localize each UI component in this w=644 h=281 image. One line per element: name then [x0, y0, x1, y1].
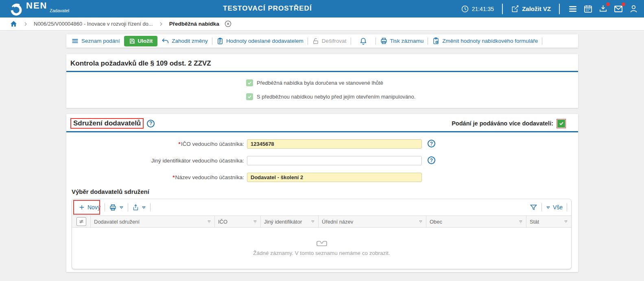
column-header-jiny-identifikator[interactable]: Jiný identifikátor [261, 216, 319, 227]
printer-icon [109, 204, 117, 211]
column-settings-icon[interactable] [76, 217, 86, 226]
sdruzeni-section: Sdružení dodavatelů ? Podání je podáváno… [66, 114, 578, 272]
column-header-uredni-nazev[interactable]: Úřední název [319, 216, 426, 227]
export-button[interactable] [132, 204, 146, 211]
column-header-dodavatel[interactable]: Dodavatel sdružení [91, 216, 215, 227]
required-mark: * [172, 174, 175, 180]
messages-button[interactable] [613, 4, 623, 14]
home-icon[interactable] [10, 20, 17, 28]
filter-icon[interactable] [530, 204, 537, 211]
divider [308, 37, 308, 45]
annotation-box: Sdružení dodavatelů [70, 118, 144, 129]
divider [351, 37, 351, 45]
action-toolbar: Seznam podání Uložit Zahodit změny Hodno… [66, 34, 578, 48]
discard-changes-label: Zahodit změny [172, 38, 208, 44]
column-header-ico[interactable]: IČO [215, 216, 261, 227]
print-record-button[interactable]: Tisk záznamu [380, 37, 424, 45]
grid-toolbar: Nový [72, 199, 571, 215]
calendar-icon[interactable] [583, 4, 593, 13]
notification-badge [606, 2, 610, 6]
kontrola-title: Kontrola požadavků dle § 109 odst. 2 ZZV… [66, 54, 578, 71]
vse-label: Vše [553, 204, 563, 211]
zalozit-vz-button[interactable]: Založit VZ [511, 5, 551, 13]
export-icon [132, 204, 139, 211]
sdruzeni-title: Sdružení dodavatelů [73, 119, 141, 127]
print-record-label: Tisk záznamu [390, 38, 424, 44]
printer-icon [380, 37, 388, 45]
nen-logo-icon [9, 2, 24, 17]
checkbox-checked-icon [246, 93, 253, 100]
grid-header-row: Dodavatel sdružení IČO Jiný identifikáto… [72, 215, 571, 228]
save-label: Uložit [138, 38, 153, 44]
save-button[interactable]: Uložit [124, 36, 158, 46]
seznam-podani-button[interactable]: Seznam podání [71, 37, 120, 45]
suppliers-grid: Nový [72, 199, 572, 269]
required-mark: * [178, 141, 180, 147]
chevron-down-icon [546, 205, 550, 210]
checkbox-checked-icon [246, 79, 253, 86]
decrypt-label: Dešifrovat [322, 38, 347, 44]
change-form-values-label: Změnit hodnoty nabídkového formuláře [442, 38, 538, 44]
help-icon[interactable]: ? [428, 140, 435, 147]
clipboard-icon [216, 37, 224, 45]
vyber-title: Výběr dodavatelů sdružení [72, 188, 149, 195]
filter-triangle-icon[interactable] [419, 220, 423, 224]
seznam-podani-label: Seznam podání [81, 38, 120, 44]
filter-triangle-icon[interactable] [207, 220, 211, 224]
supplier-values-button[interactable]: Hodnoty odeslané dodavatelem [216, 37, 303, 45]
column-header-obec[interactable]: Obec [426, 216, 526, 227]
divider [541, 203, 542, 211]
divider [428, 37, 428, 45]
top-header: NEN Zadavatel TESTOVACÍ PROSTŘEDÍ 21:41:… [0, 0, 644, 18]
grid-empty-state: Žádné záznamy. V tomto seznamu nemáme co… [72, 228, 571, 269]
divider [559, 4, 560, 14]
help-icon[interactable]: ? [428, 156, 435, 164]
ico-vedouciho-input[interactable] [247, 139, 422, 149]
bell-icon[interactable] [359, 37, 367, 45]
downloads-button[interactable] [598, 4, 608, 13]
print-grid-button[interactable] [109, 204, 124, 211]
filter-triangle-icon[interactable] [519, 220, 523, 224]
breadcrumb-project-link[interactable]: N006/25/V00004860 - Inovace v rozvoji ří… [34, 21, 153, 27]
field-label: *Název vedoucího účastníka: [66, 174, 244, 180]
clipboard-gear-icon [432, 37, 440, 45]
close-tab-icon[interactable] [224, 20, 232, 28]
zalozit-vz-label: Založit VZ [522, 5, 551, 12]
discard-changes-button[interactable]: Zahodit změny [162, 37, 208, 45]
empty-text: Žádné záznamy. V tomto seznamu nemáme co… [253, 250, 390, 256]
user-profile-icon[interactable] [629, 4, 638, 13]
brand-role: Zadavatel [50, 9, 69, 13]
unlock-icon [312, 37, 319, 45]
filter-triangle-icon[interactable] [564, 220, 568, 224]
divider [567, 203, 567, 211]
decrypt-button[interactable]: Dešifrovat [312, 37, 347, 45]
menu-icon[interactable] [568, 4, 578, 14]
multi-suppliers-checkbox[interactable] [557, 120, 565, 127]
vse-filter-button[interactable]: Vše [546, 204, 563, 211]
nazev-vedouciho-input[interactable] [247, 173, 422, 182]
divider [375, 37, 376, 45]
environment-title: TESTOVACÍ PROSTŘEDÍ [223, 4, 312, 13]
undo-icon [162, 37, 169, 45]
list-icon [71, 37, 79, 45]
filter-triangle-icon[interactable] [253, 220, 257, 224]
grid-settings-cell [72, 216, 91, 227]
filter-triangle-icon[interactable] [311, 220, 315, 224]
divider [212, 37, 212, 45]
check-row: Předběžná nabídka byla doručena ve stano… [246, 79, 383, 86]
new-document-icon [511, 5, 519, 13]
column-header-stat[interactable]: Stát [526, 216, 571, 227]
check-label: Předběžná nabídka byla doručena ve stano… [257, 80, 383, 86]
nen-logo[interactable]: NEN Zadavatel [9, 1, 69, 17]
supplier-values-label: Hodnoty odeslané dodavatelem [226, 38, 303, 44]
multi-suppliers-label: Podání je podáváno více dodavateli: [452, 120, 553, 127]
section-rule [66, 131, 578, 132]
breadcrumb-current: Předběžná nabídka [169, 21, 219, 27]
change-form-values-button[interactable]: Změnit hodnoty nabídkového formuláře [432, 37, 538, 45]
field-label: Jiný identifikátor vedoucího účastníka: [66, 158, 244, 164]
clock-icon [461, 5, 469, 13]
field-label: *IČO vedoucího účastníka: [66, 141, 244, 147]
chevron-right-icon [23, 22, 28, 26]
jiny-identifikator-input[interactable] [247, 156, 422, 165]
help-icon[interactable]: ? [147, 120, 155, 127]
